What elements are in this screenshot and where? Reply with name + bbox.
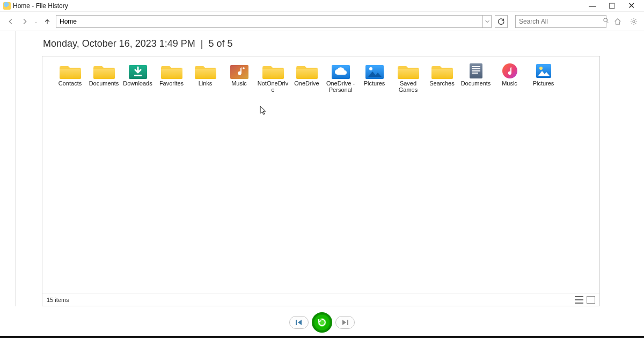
toolbar: ⌄ <box>0 12 644 31</box>
folder-icon <box>499 62 521 80</box>
folder-label: OneDrive - Personal <box>324 80 357 93</box>
snapshot-date: Monday, October 16, 2023 1:49 PM <box>43 38 195 49</box>
home-icon[interactable] <box>613 17 623 26</box>
folder-item[interactable]: Pictures <box>357 62 391 102</box>
folder-item[interactable]: Favorites <box>155 62 188 102</box>
folder-item[interactable]: NotOneDrive <box>256 62 290 102</box>
bottom-edge <box>0 336 644 338</box>
folder-label: Contacts <box>53 80 87 87</box>
folder-icon <box>398 62 419 80</box>
status-bar: 15 items <box>42 293 599 306</box>
folder-icon <box>127 62 149 80</box>
folder-label: Music <box>493 80 526 87</box>
search-box[interactable] <box>515 15 606 28</box>
svg-rect-17 <box>296 320 297 325</box>
folder-label: OneDrive <box>290 80 324 87</box>
restore-button[interactable] <box>312 312 332 333</box>
folder-item[interactable]: Music <box>222 62 256 102</box>
up-button[interactable] <box>42 16 53 27</box>
folder-item[interactable]: Pictures <box>526 62 560 102</box>
folder-icon <box>533 62 554 80</box>
folder-icon <box>296 62 318 80</box>
folder-item[interactable]: Downloads <box>121 62 155 102</box>
items-container: ContactsDocumentsDownloadsFavoritesLinks… <box>42 56 599 102</box>
heading-separator: | <box>201 38 203 49</box>
search-input[interactable] <box>516 16 603 27</box>
folder-item[interactable]: Music <box>493 62 526 102</box>
history-controls <box>0 312 644 333</box>
folder-item[interactable]: OneDrive - Personal <box>324 62 357 102</box>
minimize-button[interactable]: — <box>583 1 602 11</box>
folder-item[interactable]: Saved Games <box>391 62 425 102</box>
search-icon[interactable] <box>603 17 609 25</box>
forward-button[interactable] <box>19 16 30 27</box>
folder-item[interactable]: Documents <box>459 62 493 102</box>
folder-label: Saved Games <box>391 80 425 93</box>
svg-point-16 <box>633 20 635 22</box>
folder-icon <box>60 62 81 80</box>
recent-locations-chevron[interactable]: ⌄ <box>33 19 39 24</box>
folder-label: Links <box>188 80 222 87</box>
address-dropdown[interactable] <box>482 16 491 27</box>
close-button[interactable]: ✕ <box>621 1 641 11</box>
address-bar[interactable] <box>56 15 492 28</box>
refresh-button[interactable] <box>495 15 508 28</box>
next-version-button[interactable] <box>335 316 355 329</box>
view-large-icons-button[interactable] <box>587 296 595 304</box>
folder-label: Downloads <box>121 80 155 87</box>
folder-icon <box>364 62 385 80</box>
folder-icon <box>229 62 250 80</box>
folder-label: Pictures <box>526 80 560 87</box>
folder-item[interactable]: Documents <box>87 62 121 102</box>
folder-item[interactable]: Contacts <box>53 62 87 102</box>
folder-label: Documents <box>459 80 493 87</box>
content-panel: ContactsDocumentsDownloadsFavoritesLinks… <box>42 56 600 306</box>
svg-point-15 <box>604 18 608 22</box>
folder-item[interactable]: Links <box>188 62 222 102</box>
folder-label: Searches <box>425 80 459 87</box>
address-input[interactable] <box>56 16 482 27</box>
folder-item[interactable]: Searches <box>425 62 459 102</box>
left-sidebar-stub <box>0 31 16 306</box>
snapshot-heading: Monday, October 16, 2023 1:49 PM | 5 of … <box>0 31 644 56</box>
folder-icon <box>431 62 453 80</box>
folder-label: Documents <box>87 80 121 87</box>
folder-icon <box>330 62 352 80</box>
folder-item[interactable]: OneDrive <box>290 62 324 102</box>
folder-icon <box>465 62 487 80</box>
window-title: Home - File History <box>13 2 68 10</box>
folder-label: Music <box>222 80 256 87</box>
back-button[interactable] <box>5 16 16 27</box>
view-details-button[interactable] <box>575 296 583 304</box>
folder-label: Favorites <box>155 80 188 87</box>
previous-version-button[interactable] <box>289 316 309 329</box>
mouse-cursor-icon <box>260 106 267 116</box>
folder-icon <box>195 62 216 80</box>
svg-rect-18 <box>347 320 348 325</box>
folder-icon <box>93 62 115 80</box>
snapshot-counter: 5 of 5 <box>209 38 233 49</box>
folder-label: NotOneDrive <box>256 80 290 93</box>
status-count: 15 items <box>47 297 69 303</box>
folder-label: Pictures <box>357 80 391 87</box>
app-icon <box>3 2 11 10</box>
maximize-button[interactable]: ☐ <box>602 1 621 11</box>
titlebar: Home - File History — ☐ ✕ <box>0 0 644 12</box>
folder-icon <box>262 62 284 80</box>
folder-icon <box>161 62 182 80</box>
gear-icon[interactable] <box>629 17 639 26</box>
